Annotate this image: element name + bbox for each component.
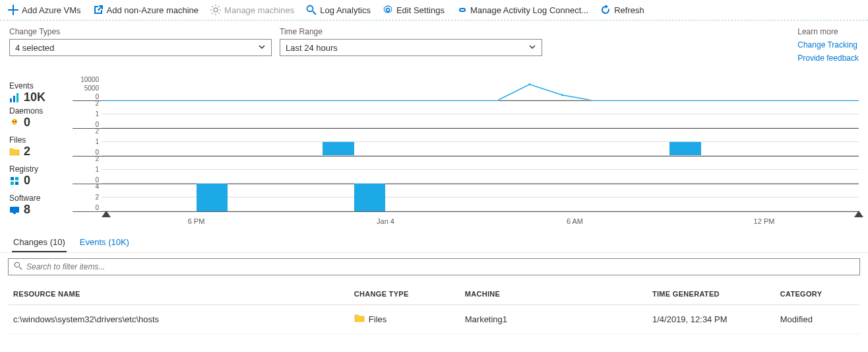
chevron-down-icon bbox=[528, 43, 536, 53]
cell-change-type: Files bbox=[349, 305, 460, 334]
svg-rect-9 bbox=[11, 177, 14, 180]
manage-activity-label: Manage Activity Log Connect... bbox=[470, 5, 588, 15]
events-icon bbox=[9, 92, 20, 103]
chart-software: 4 2 0 bbox=[73, 184, 859, 212]
ytick: 5000 bbox=[84, 85, 99, 92]
chart-events: 10000 5000 0 bbox=[73, 77, 859, 101]
edit-settings-button[interactable]: Edit Settings bbox=[383, 5, 445, 15]
folder-icon bbox=[354, 313, 365, 326]
chart-column: 10000 5000 0 2 1 0 2 1 0 bbox=[73, 77, 859, 228]
summary-files: Files 2 bbox=[9, 131, 73, 159]
time-range-label: Time Range bbox=[280, 27, 542, 36]
registry-icon bbox=[9, 176, 20, 186]
cell-category: Modified bbox=[775, 305, 860, 334]
summary-files-label: Files bbox=[9, 131, 73, 145]
svg-point-8 bbox=[15, 121, 16, 122]
svg-rect-13 bbox=[10, 207, 19, 213]
tab-changes[interactable]: Changes (10) bbox=[12, 233, 67, 252]
ytick: 10000 bbox=[80, 76, 99, 83]
change-types-label: Change Types bbox=[9, 27, 272, 36]
col-change-type[interactable]: CHANGE TYPE bbox=[349, 283, 460, 305]
ytick: 1 bbox=[95, 166, 99, 173]
range-handle-right[interactable] bbox=[854, 211, 863, 217]
chart-registry: 2 1 0 bbox=[73, 157, 859, 184]
add-non-azure-button[interactable]: Add non-Azure machine bbox=[93, 5, 199, 15]
ytick: 2 bbox=[95, 155, 99, 162]
toolbar: Add Azure VMs Add non-Azure machine Mana… bbox=[0, 0, 868, 20]
search-icon bbox=[306, 5, 317, 15]
svg-point-29 bbox=[561, 94, 563, 96]
filters-row: Change Types 4 selected Time Range Last … bbox=[0, 20, 868, 73]
svg-point-39 bbox=[15, 262, 19, 267]
summary-daemons-value: 0 bbox=[24, 116, 30, 129]
summary-registry: Registry 0 bbox=[9, 160, 73, 188]
provide-feedback-link[interactable]: Provide feedback bbox=[797, 53, 859, 63]
ytick: 1 bbox=[95, 110, 99, 118]
settings-icon bbox=[383, 5, 393, 15]
cell-change-type-text: Files bbox=[369, 314, 387, 324]
summary-events-label: Events bbox=[9, 77, 73, 90]
gear-icon bbox=[210, 5, 221, 15]
col-resource-name[interactable]: RESOURCE NAME bbox=[8, 283, 349, 305]
svg-line-40 bbox=[19, 267, 22, 269]
link-icon bbox=[456, 5, 467, 15]
search-input[interactable] bbox=[26, 262, 854, 271]
summary-software-label: Software bbox=[9, 190, 73, 203]
svg-rect-12 bbox=[15, 182, 18, 185]
tab-events[interactable]: Events (10K) bbox=[78, 233, 131, 252]
results-table: RESOURCE NAME CHANGE TYPE MACHINE TIME G… bbox=[8, 283, 860, 334]
add-azure-vms-button[interactable]: Add Azure VMs bbox=[8, 5, 81, 15]
col-machine[interactable]: MACHINE bbox=[460, 283, 647, 305]
add-non-azure-label: Add non-Azure machine bbox=[107, 5, 199, 15]
ytick: 4 bbox=[95, 183, 99, 190]
log-analytics-label: Log Analytics bbox=[320, 5, 371, 15]
summary-files-value: 2 bbox=[24, 145, 30, 158]
summary-column: Events 10K Daemons 0 Files 2 Registry 0 … bbox=[9, 77, 73, 228]
svg-rect-14 bbox=[13, 213, 16, 214]
table-row[interactable]: c:\windows\system32\drivers\etc\hosts Fi… bbox=[8, 305, 860, 334]
svg-rect-10 bbox=[15, 177, 18, 180]
edit-settings-label: Edit Settings bbox=[396, 5, 445, 15]
change-tracking-link[interactable]: Change Tracking bbox=[797, 40, 859, 50]
ytick: 0 bbox=[95, 204, 99, 211]
refresh-icon bbox=[600, 5, 611, 15]
manage-machines-label: Manage machines bbox=[224, 5, 294, 15]
manage-activity-log-button[interactable]: Manage Activity Log Connect... bbox=[456, 5, 588, 15]
col-category[interactable]: CATEGORY bbox=[775, 283, 860, 305]
svg-point-3 bbox=[386, 9, 389, 12]
folder-icon bbox=[9, 147, 20, 157]
xtick: 6 PM bbox=[188, 217, 205, 225]
cell-machine: Marketing1 bbox=[460, 305, 647, 334]
xtick: 12 PM bbox=[754, 217, 775, 225]
refresh-button[interactable]: Refresh bbox=[600, 5, 644, 15]
time-range-filter: Time Range Last 24 hours bbox=[280, 27, 542, 56]
log-analytics-button[interactable]: Log Analytics bbox=[306, 5, 371, 15]
time-range-select[interactable]: Last 24 hours bbox=[280, 39, 542, 56]
search-box[interactable] bbox=[8, 258, 860, 275]
svg-line-2 bbox=[313, 11, 316, 15]
summary-software-value: 8 bbox=[24, 203, 30, 217]
add-azure-vms-label: Add Azure VMs bbox=[22, 5, 81, 15]
summary-software: Software 8 bbox=[9, 190, 73, 217]
summary-registry-value: 0 bbox=[24, 174, 30, 188]
manage-machines-button: Manage machines bbox=[210, 5, 294, 15]
summary-daemons: Daemons 0 bbox=[9, 102, 73, 130]
svg-rect-4 bbox=[10, 98, 12, 102]
chart-daemons: 2 1 0 bbox=[73, 101, 859, 129]
summary-registry-label: Registry bbox=[9, 160, 73, 174]
col-time-generated[interactable]: TIME GENERATED bbox=[647, 283, 775, 305]
range-handle-left[interactable] bbox=[102, 211, 111, 217]
ytick: 1 bbox=[95, 138, 99, 145]
search-icon bbox=[14, 262, 22, 272]
ytick: 2 bbox=[95, 127, 99, 135]
chart-files: 2 1 0 bbox=[73, 129, 859, 157]
svg-point-0 bbox=[214, 8, 218, 12]
summary-events: Events 10K bbox=[9, 77, 73, 101]
svg-point-1 bbox=[307, 6, 313, 12]
xtick: Jan 4 bbox=[377, 217, 394, 225]
search-wrap bbox=[0, 253, 868, 281]
svg-point-7 bbox=[13, 121, 14, 122]
change-types-select[interactable]: 4 selected bbox=[9, 39, 272, 56]
xtick: 6 AM bbox=[567, 217, 583, 225]
tabs: Changes (10) Events (10K) bbox=[0, 228, 868, 253]
